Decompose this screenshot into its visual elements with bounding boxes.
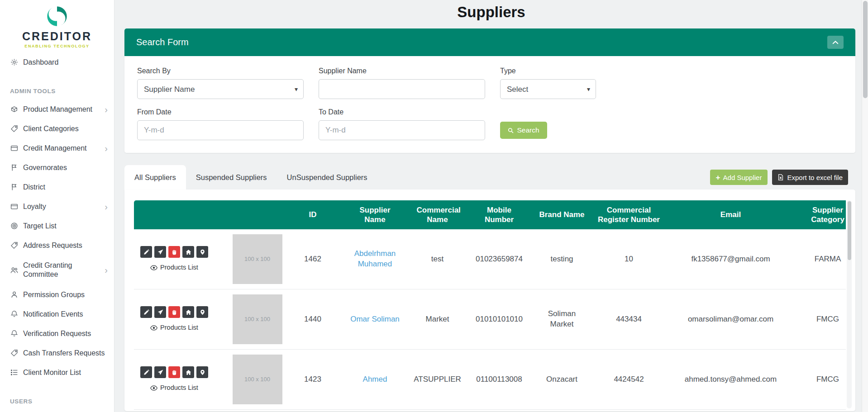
search-button[interactable]: Search bbox=[500, 122, 547, 139]
suspend-button[interactable] bbox=[168, 246, 180, 258]
products-list-link[interactable]: Products List bbox=[150, 384, 198, 393]
brand-tagline: ENABLING TECHNOLOGY bbox=[24, 44, 89, 48]
table-scrollbar-thumb[interactable] bbox=[848, 201, 851, 260]
table-scrollbar[interactable] bbox=[847, 200, 852, 408]
sidebar-item-notification-events[interactable]: Notification Events bbox=[0, 304, 114, 324]
cell-email: ahmed.tonsy@ahmed.com bbox=[670, 374, 792, 385]
export-excel-button[interactable]: Export to excel file bbox=[772, 170, 848, 185]
location-button[interactable] bbox=[196, 306, 208, 318]
tag-icon bbox=[10, 242, 18, 250]
sidebar-item-credit-granting-committee[interactable]: Credit Granting Committee › bbox=[0, 255, 114, 285]
edit-button[interactable] bbox=[140, 306, 152, 318]
hand-icon bbox=[172, 309, 177, 315]
sidebar-item-target-list[interactable]: Target List bbox=[0, 216, 114, 236]
cell-brand-name: Soliman Market bbox=[536, 309, 588, 330]
credit-card-icon bbox=[10, 203, 18, 211]
cell-commercial-name: ATSUPPLIER bbox=[412, 374, 463, 385]
search-form-body: Search By Supplier Name ▾ Supplier Name bbox=[124, 56, 855, 153]
sidebar: CREDITOR ENABLING TECHNOLOGY Dashboard A… bbox=[0, 0, 114, 412]
supplier-name-link[interactable]: Omar Soliman bbox=[350, 314, 400, 325]
tab-unsuspended-suppliers[interactable]: UnSuspended Suppliers bbox=[277, 165, 377, 189]
col-id-header: ID bbox=[288, 200, 338, 229]
sidebar-item-client-categories[interactable]: Client Categories bbox=[0, 119, 114, 138]
search-form-title: Search Form bbox=[136, 37, 189, 47]
col-actions-header bbox=[134, 200, 227, 229]
edit-button[interactable] bbox=[140, 366, 152, 378]
home-button[interactable] bbox=[182, 366, 194, 378]
to-date-label: To Date bbox=[319, 108, 485, 116]
credit-card-icon bbox=[10, 144, 18, 152]
supplier-name-link[interactable]: Abdelrhman Muhamed bbox=[340, 249, 410, 270]
sidebar-item-client-monitor-list[interactable]: Client Monitor List bbox=[0, 363, 114, 382]
table-header-row: ID Supplier Name Commercial Name Mobile … bbox=[134, 200, 846, 229]
eye-icon bbox=[150, 325, 157, 331]
supplier-name-link[interactable]: Ahmed bbox=[363, 374, 387, 385]
field-search-by: Search By Supplier Name ▾ bbox=[137, 67, 304, 99]
cell-email: omarsoliman@omar.com bbox=[670, 314, 792, 325]
sidebar-nav: Dashboard ADMIN TOOLS Product Management… bbox=[0, 52, 114, 407]
sidebar-section-users: USERS bbox=[0, 397, 114, 407]
cell-commercial-register: 4424542 bbox=[588, 374, 670, 385]
user-icon bbox=[10, 291, 18, 299]
field-from-date: From Date bbox=[137, 108, 304, 140]
sidebar-item-permission-groups[interactable]: Permission Groups bbox=[0, 285, 114, 304]
col-email-header: Email bbox=[670, 200, 792, 229]
cell-brand-name: Onzacart bbox=[536, 374, 588, 385]
tab-all-suppliers[interactable]: All Suppliers bbox=[124, 165, 186, 189]
sidebar-item-product-management[interactable]: Product Management › bbox=[0, 99, 114, 119]
sidebar-item-dashboard[interactable]: Dashboard bbox=[0, 52, 114, 72]
sidebar-item-governorates[interactable]: Governorates bbox=[0, 158, 114, 177]
suspend-button[interactable] bbox=[168, 366, 180, 378]
type-select[interactable]: Select bbox=[500, 79, 596, 99]
sidebar-item-cash-transfers-requests[interactable]: Cash Transfers Requests bbox=[0, 343, 114, 363]
cell-commercial-name: Market bbox=[412, 314, 463, 325]
search-by-select[interactable]: Supplier Name bbox=[137, 79, 304, 99]
cell-supplier-category: FARMA bbox=[792, 254, 846, 265]
eye-icon bbox=[150, 385, 157, 391]
pencil-icon bbox=[143, 309, 149, 315]
sidebar-section-admin-tools: ADMIN TOOLS bbox=[0, 86, 114, 96]
edit-button[interactable] bbox=[140, 246, 152, 258]
send-button[interactable] bbox=[154, 246, 166, 258]
sidebar-item-district[interactable]: District bbox=[0, 177, 114, 197]
home-button[interactable] bbox=[182, 306, 194, 318]
location-button[interactable] bbox=[196, 366, 208, 378]
bell-icon bbox=[10, 330, 18, 338]
add-supplier-button[interactable]: + Add Supplier bbox=[710, 170, 768, 185]
page-scrollbar-thumb[interactable] bbox=[863, 1, 868, 98]
hand-icon bbox=[172, 249, 177, 255]
supplier-name-input[interactable] bbox=[319, 79, 485, 99]
sidebar-item-verification-requests[interactable]: Verification Requests bbox=[0, 324, 114, 343]
tab-suspended-suppliers[interactable]: Suspended Suppliers bbox=[186, 165, 277, 189]
cell-mobile-number: 01010101010 bbox=[463, 314, 536, 325]
send-button[interactable] bbox=[154, 366, 166, 378]
cell-mobile-number: 01023659874 bbox=[463, 254, 536, 265]
chevron-up-icon bbox=[832, 40, 839, 45]
cell-email: fk1358677@gmail.com bbox=[670, 254, 792, 265]
products-list-link[interactable]: Products List bbox=[150, 323, 198, 332]
to-date-input[interactable] bbox=[319, 120, 485, 140]
page-scrollbar[interactable] bbox=[862, 0, 868, 412]
type-label: Type bbox=[500, 67, 596, 75]
chevron-right-icon: › bbox=[105, 202, 108, 211]
send-button[interactable] bbox=[154, 306, 166, 318]
home-button[interactable] bbox=[182, 246, 194, 258]
col-brand-name-header: Brand Name bbox=[536, 200, 588, 229]
col-supplier-name-header: Supplier Name bbox=[338, 200, 412, 229]
eye-icon bbox=[150, 265, 157, 270]
sidebar-item-credit-management[interactable]: Credit Management › bbox=[0, 138, 114, 158]
supplier-image-placeholder: 100 x 100 bbox=[233, 355, 282, 404]
sidebar-item-loyalty[interactable]: Loyalty › bbox=[0, 197, 114, 216]
products-list-link[interactable]: Products List bbox=[150, 263, 198, 272]
location-button[interactable] bbox=[196, 246, 208, 258]
suspend-button[interactable] bbox=[168, 306, 180, 318]
home-icon bbox=[186, 249, 191, 255]
brand-logo[interactable]: CREDITOR ENABLING TECHNOLOGY bbox=[0, 0, 114, 52]
page-title: Suppliers bbox=[114, 0, 868, 22]
sidebar-item-address-requests[interactable]: Address Requests bbox=[0, 236, 114, 255]
search-form-panel: Search Form Search By Supplier Name ▾ bbox=[124, 28, 855, 153]
supplier-image-placeholder: 100 x 100 bbox=[233, 234, 282, 284]
from-date-input[interactable] bbox=[137, 120, 304, 140]
cell-brand-name: testing bbox=[536, 254, 588, 265]
collapse-panel-button[interactable] bbox=[827, 36, 844, 49]
